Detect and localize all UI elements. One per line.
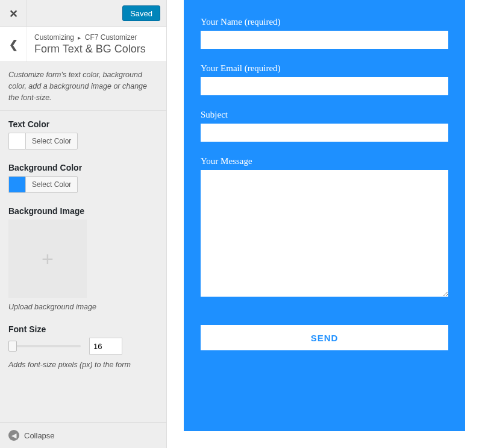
- message-field: Your Message: [201, 156, 448, 298]
- contact-form: Your Name (required) Your Email (require…: [184, 0, 465, 431]
- header-spacer: [27, 0, 116, 27]
- plus-icon: +: [42, 247, 54, 271]
- breadcrumb-root: Customizing: [34, 33, 74, 42]
- send-button[interactable]: SEND: [201, 325, 448, 350]
- preview-pane: Your Name (required) Your Email (require…: [167, 0, 482, 448]
- email-input[interactable]: [201, 77, 448, 95]
- page-title: Form Text & BG Colors: [34, 43, 159, 55]
- text-color-control: Text Color Select Color: [8, 119, 158, 150]
- name-input[interactable]: [201, 31, 448, 49]
- collapse-button[interactable]: ◀ Collapse: [0, 422, 166, 448]
- background-color-select-button[interactable]: Select Color: [25, 176, 78, 193]
- background-image-label: Background Image: [8, 206, 158, 216]
- breadcrumb-separator-icon: ▸: [78, 34, 81, 41]
- customizer-sidebar: ✕ Saved ❮ Customizing ▸ CF7 Customizer F…: [0, 0, 167, 448]
- message-textarea[interactable]: [201, 170, 448, 297]
- back-button[interactable]: ❮: [0, 27, 27, 62]
- font-size-label: Font Size: [8, 324, 158, 334]
- breadcrumb-path: Customizing ▸ CF7 Customizer: [34, 33, 159, 42]
- controls-panel: Text Color Select Color Background Color…: [0, 111, 166, 422]
- slider-thumb[interactable]: [8, 341, 17, 352]
- breadcrumb-row: ❮ Customizing ▸ CF7 Customizer Form Text…: [0, 27, 166, 62]
- close-icon: ✕: [9, 7, 18, 21]
- background-image-upload[interactable]: +: [8, 219, 87, 298]
- chevron-left-icon: ❮: [9, 38, 18, 51]
- email-field: Your Email (required): [201, 63, 448, 95]
- collapse-arrow-icon: ◀: [8, 430, 19, 441]
- background-color-swatch[interactable]: [8, 176, 25, 193]
- text-color-select-button[interactable]: Select Color: [25, 133, 78, 150]
- font-size-row: [8, 338, 158, 355]
- close-button[interactable]: ✕: [0, 0, 27, 27]
- sidebar-header: ✕ Saved: [0, 0, 166, 27]
- saved-button: Saved: [122, 5, 160, 21]
- message-label: Your Message: [201, 156, 448, 166]
- email-label: Your Email (required): [201, 63, 448, 74]
- breadcrumb: Customizing ▸ CF7 Customizer Form Text &…: [27, 27, 166, 62]
- text-color-swatch[interactable]: [8, 133, 25, 150]
- name-field: Your Name (required): [201, 17, 448, 49]
- background-image-control: Background Image + Upload background ima…: [8, 206, 158, 311]
- font-size-hint: Adds font-size pixels (px) to the form: [8, 361, 158, 369]
- background-color-row: Select Color: [8, 176, 158, 193]
- background-color-control: Background Color Select Color: [8, 163, 158, 193]
- background-image-hint: Upload background image: [8, 303, 158, 311]
- font-size-input[interactable]: [89, 338, 122, 355]
- breadcrumb-section: CF7 Customizer: [85, 33, 137, 42]
- name-label: Your Name (required): [201, 17, 448, 27]
- collapse-label: Collapse: [24, 431, 55, 440]
- font-size-control: Font Size Adds font-size pixels (px) to …: [8, 324, 158, 369]
- panel-description: Customize form's text color, background …: [0, 62, 166, 111]
- subject-field: Subject: [201, 110, 448, 142]
- font-size-slider[interactable]: [8, 345, 81, 347]
- background-color-label: Background Color: [8, 163, 158, 172]
- text-color-row: Select Color: [8, 133, 158, 150]
- subject-input[interactable]: [201, 124, 448, 142]
- subject-label: Subject: [201, 110, 448, 120]
- text-color-label: Text Color: [8, 119, 158, 129]
